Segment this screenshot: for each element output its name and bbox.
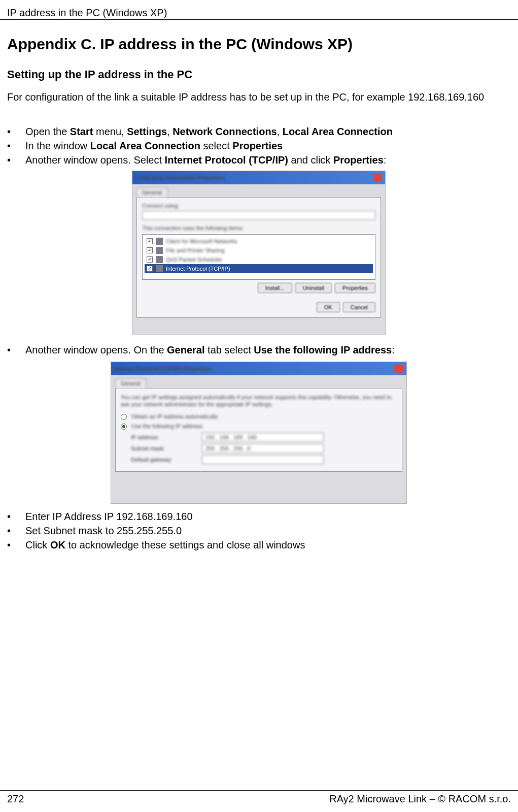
bullet-list-bottom: • Enter IP Address IP 192.168.169.160 • … [7, 510, 511, 553]
bold-text: Properties [232, 140, 283, 151]
connect-using-label: Connect using: [142, 203, 375, 209]
footer-divider [0, 790, 518, 791]
gateway-row: Default gateway: [131, 455, 397, 464]
list-item[interactable]: Client for Microsoft Networks [145, 237, 373, 246]
radio-label: Obtain an IP address automatically [131, 413, 218, 419]
list-item: • Enter IP Address IP 192.168.169.160 [7, 510, 511, 523]
text: , [277, 126, 283, 137]
text: Another window opens. On the [25, 344, 167, 355]
checkbox-icon[interactable] [147, 247, 153, 253]
properties-button[interactable]: Properties [335, 283, 375, 293]
mask-input[interactable]: 255 . 255 . 255 . 0 [202, 444, 324, 453]
cancel-button[interactable]: Cancel [343, 302, 375, 312]
tab-strip: General [111, 375, 406, 388]
list-item: • Another window opens. Select Internet … [7, 153, 511, 167]
bullet-list-top: • Open the Start menu, Settings, Network… [7, 125, 511, 168]
bullet-list-middle: • Another window opens. On the General t… [7, 343, 511, 358]
dialog-body: Connect using: This connection uses the … [136, 197, 381, 318]
bullet-marker: • [7, 153, 25, 167]
bullet-marker: • [7, 538, 25, 551]
text: In the window [25, 140, 90, 151]
dialog-title: Local Area Connection Properties [135, 175, 373, 181]
dialog-body: You can get IP settings assigned automat… [115, 388, 402, 472]
bold-text: Start [70, 126, 93, 137]
component-icon [156, 256, 163, 263]
text: Open the [25, 126, 70, 137]
header-divider [0, 19, 518, 20]
close-icon[interactable] [373, 174, 382, 182]
list-item: • In the window Local Area Connection se… [7, 139, 511, 152]
tab-general[interactable]: General [136, 187, 167, 197]
item-label: File and Printer Sharing [166, 247, 225, 253]
ok-cancel-row: OK Cancel [142, 302, 375, 312]
bold-text: Local Area Connection [283, 126, 393, 137]
text: to acknowledge these settings and close … [65, 539, 305, 550]
ip-address-row: IP address: 192 . 168 . 169 . 160 [131, 433, 397, 442]
radio-row: Obtain an IP address automatically [121, 413, 397, 420]
bullet-marker: • [7, 125, 25, 138]
list-item[interactable]: QoS Packet Scheduler [145, 255, 373, 264]
text: : [384, 154, 387, 166]
tab-general[interactable]: General [115, 378, 146, 388]
checkbox-icon[interactable] [147, 256, 153, 263]
appendix-title: Appendix C. IP address in the PC (Window… [7, 36, 353, 53]
bold-text: Internet Protocol (TCP/IP) [165, 154, 288, 166]
text: Another window opens. Select [25, 154, 165, 166]
tab-strip: General [132, 184, 385, 197]
install-button[interactable]: Install... [258, 283, 292, 293]
list-item: • Open the Start menu, Settings, Network… [7, 125, 511, 138]
mask-label: Subnet mask: [131, 445, 202, 451]
footer-copyright: RAy2 Microwave Link – © RACOM s.r.o. [329, 793, 511, 805]
subnet-mask-row: Subnet mask: 255 . 255 . 255 . 0 [131, 444, 397, 453]
items-label: This connection uses the following items… [142, 225, 375, 231]
bullet-marker: • [7, 139, 25, 152]
text: select [200, 140, 232, 151]
gateway-input[interactable] [202, 455, 324, 464]
component-icon [156, 238, 163, 245]
radio-label: Use the following IP address: [131, 423, 203, 429]
bold-text: Properties [333, 154, 384, 166]
dialog-titlebar: Internet Protocol (TCP/IP) Properties [111, 362, 406, 375]
button-row: Install... Uninstall Properties [142, 283, 375, 293]
running-header: IP address in the PC (Windows XP) [7, 7, 167, 19]
dialog-titlebar: Local Area Connection Properties [132, 171, 385, 184]
text: : [392, 344, 395, 355]
bold-text: Settings [127, 126, 167, 137]
text: tab select [205, 344, 254, 355]
list-item: • Click OK to acknowledge these settings… [7, 538, 511, 551]
bold-text: Use the following IP address [254, 344, 392, 355]
ip-input[interactable]: 192 . 168 . 169 . 160 [202, 433, 324, 442]
gateway-label: Default gateway: [131, 457, 202, 463]
close-icon[interactable] [394, 365, 403, 373]
bold-text: General [167, 344, 204, 355]
component-icon [156, 247, 163, 254]
adapter-field [142, 211, 375, 220]
text: Click [25, 539, 50, 550]
uninstall-button[interactable]: Uninstall [295, 283, 332, 293]
radio-manual[interactable] [121, 424, 127, 430]
text: and click [288, 154, 333, 166]
text: , [167, 126, 172, 137]
bold-text: Network Connections [172, 126, 277, 137]
radio-auto[interactable] [121, 414, 127, 420]
text: menu, [93, 126, 127, 137]
bullet-marker: • [7, 343, 25, 356]
bullet-marker: • [7, 510, 25, 523]
bullet-marker: • [7, 524, 25, 537]
component-icon [156, 265, 163, 272]
bold-text: Local Area Connection [90, 140, 200, 151]
list-item: • Set Subnet mask to 255.255.255.0 [7, 524, 511, 537]
ok-button[interactable]: OK [317, 302, 340, 312]
components-listbox[interactable]: Client for Microsoft Networks File and P… [142, 234, 375, 280]
subsection-title: Setting up the IP address in the PC [7, 68, 192, 81]
page-number: 272 [7, 793, 24, 805]
checkbox-icon[interactable] [147, 266, 153, 272]
item-label: Internet Protocol (TCP/IP) [166, 266, 230, 272]
bold-text: OK [50, 539, 65, 550]
checkbox-icon[interactable] [147, 238, 153, 244]
intro-paragraph: For configuration of the link a suitable… [7, 90, 511, 104]
list-item[interactable]: File and Printer Sharing [145, 246, 373, 255]
screenshot-properties-dialog: Local Area Connection Properties General… [132, 171, 386, 335]
list-item-selected[interactable]: Internet Protocol (TCP/IP) [145, 264, 373, 273]
item-label: Client for Microsoft Networks [166, 238, 237, 244]
